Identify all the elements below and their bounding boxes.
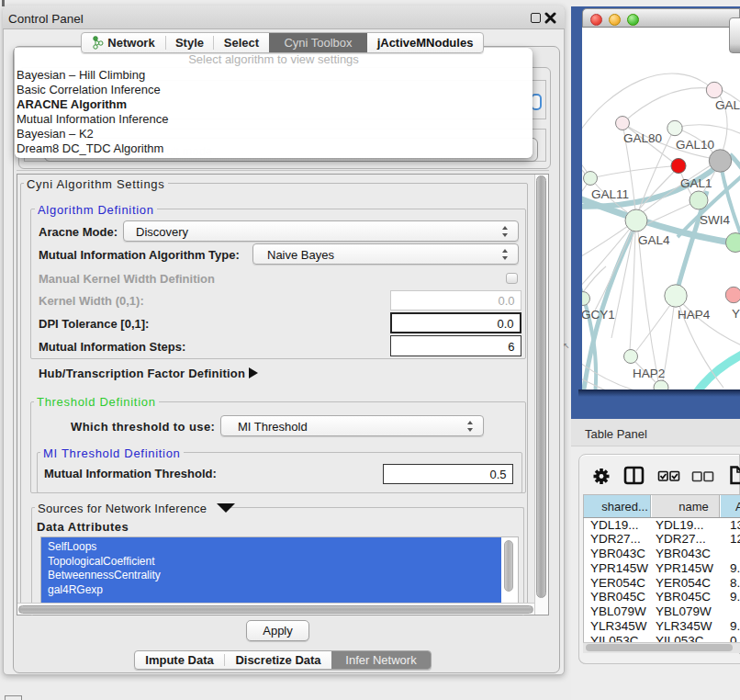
svg-text:GAL10: GAL10 (676, 138, 714, 152)
svg-text:GCY1: GCY1 (582, 308, 615, 322)
svg-text:GAL4: GAL4 (638, 233, 670, 247)
svg-text:GAL1: GAL1 (680, 176, 712, 190)
svg-text:HAP2: HAP2 (633, 367, 665, 380)
svg-text:GAL80: GAL80 (623, 131, 662, 145)
svg-text:GAL11: GAL11 (591, 187, 629, 201)
svg-text:HAP4: HAP4 (678, 308, 711, 322)
svg-text:GAL7: GAL7 (715, 98, 740, 112)
svg-text:YD: YD (732, 307, 740, 321)
svg-text:SWI4: SWI4 (700, 213, 730, 227)
